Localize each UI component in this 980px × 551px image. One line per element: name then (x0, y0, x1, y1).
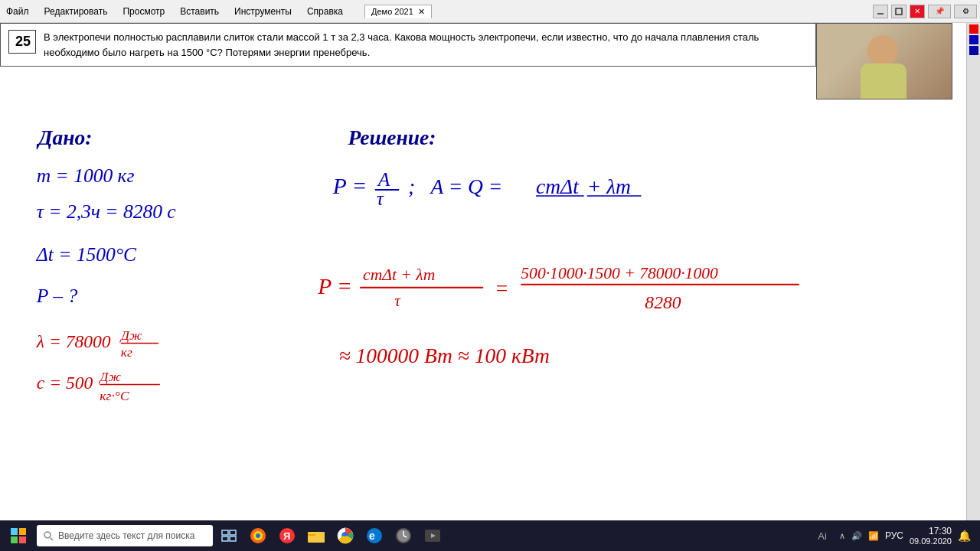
search-box[interactable]: Введите здесь текст для поиска (37, 525, 213, 546)
svg-rect-37 (11, 536, 18, 543)
edge-icon: e (365, 527, 384, 545)
search-placeholder: Введите здесь текст для поиска (58, 530, 194, 541)
svg-text:P =: P = (317, 274, 352, 298)
svg-text:8280: 8280 (645, 292, 681, 312)
menu-bar: Файл Редактировать Просмотр Вставить Инс… (3, 5, 346, 18)
taskbar-files[interactable] (303, 523, 329, 548)
svg-text:λ = 78000: λ = 78000 (36, 331, 111, 351)
svg-text:кг·°С: кг·°С (100, 388, 129, 403)
menu-view[interactable]: Просмотр (119, 5, 168, 18)
menu-insert[interactable]: Вставить (177, 5, 222, 18)
svg-text:e: e (369, 530, 375, 542)
network-icon[interactable]: 📶 (868, 531, 879, 541)
tab-close[interactable]: ✕ (418, 7, 425, 17)
search-icon (43, 530, 54, 541)
window-controls: ✕ 📌 ⚙ (873, 5, 977, 18)
firefox-icon (249, 527, 267, 545)
system-tray: ∧ 🔊 📶 РУС 17:30 09.09.2020 🔔 (833, 526, 977, 546)
svg-rect-41 (222, 530, 228, 535)
svg-text:≈ 100000 Вт ≈ 100 кВт: ≈ 100000 Вт ≈ 100 кВт (339, 344, 550, 367)
extra-control-1[interactable]: 📌 (928, 5, 951, 18)
svg-text:τ = 2,3ч = 8280 с: τ = 2,3ч = 8280 с (37, 201, 177, 223)
menu-edit[interactable]: Редактировать (41, 5, 111, 18)
svg-rect-44 (230, 536, 236, 541)
files-icon (307, 528, 325, 543)
taskbar-clock-app[interactable] (390, 523, 416, 548)
taskbar-firefox[interactable] (245, 523, 271, 548)
taskbar-chrome[interactable] (332, 523, 358, 548)
sidebar-indicator-blue2 (969, 46, 978, 55)
problem-text: В электропечи полностью расплавили слито… (44, 30, 808, 60)
extra-control-2[interactable]: ⚙ (954, 5, 977, 18)
minimize-button[interactable] (873, 5, 888, 18)
svg-rect-36 (19, 528, 26, 535)
person-body (861, 64, 906, 99)
document-tab[interactable]: Демо 2021 ✕ (364, 5, 432, 18)
menu-help[interactable]: Справка (304, 5, 346, 18)
math-content: Дано: m = 1000 кг τ = 2,3ч = 8280 с Δt =… (0, 107, 816, 528)
svg-text:cmΔt + λm: cmΔt + λm (363, 266, 435, 284)
ai-label: Ai (815, 530, 830, 542)
svg-rect-35 (11, 528, 18, 535)
taskbar: Введите здесь текст для поиска Я (0, 520, 980, 551)
person-head (867, 35, 898, 66)
svg-text:Дано:: Дано: (36, 126, 93, 149)
taskbar-media[interactable] (420, 523, 446, 548)
document-area: 25 В электропечи полностью расплавили сл… (0, 23, 966, 528)
start-button[interactable] (3, 523, 34, 548)
taskbar-yandex[interactable]: Я (274, 523, 300, 548)
svg-rect-43 (222, 536, 228, 541)
clock-icon (394, 527, 413, 545)
clock-date: 09.09.2020 (910, 536, 952, 546)
svg-text:Дж: Дж (119, 328, 142, 343)
svg-text:A = Q =: A = Q = (429, 174, 502, 198)
notification-icon[interactable]: 🔔 (958, 530, 971, 542)
webcam-video (817, 24, 952, 99)
svg-text:Δt = 1500°С: Δt = 1500°С (36, 243, 137, 266)
sidebar-indicator-blue1 (969, 35, 978, 44)
svg-line-40 (51, 538, 54, 541)
maximize-button[interactable] (891, 5, 906, 18)
menu-tools[interactable]: Инструменты (231, 5, 295, 18)
taskview-icon (221, 530, 237, 542)
svg-point-47 (256, 533, 260, 538)
right-sidebar (966, 23, 980, 528)
svg-text:Решение:: Решение: (347, 126, 436, 149)
svg-text:500·1000·1500 + 78000·1000: 500·1000·1500 + 78000·1000 (521, 264, 718, 282)
taskbar-taskview[interactable] (216, 523, 242, 548)
clock-time: 17:30 (910, 526, 952, 536)
svg-text:=: = (495, 276, 509, 300)
media-icon (423, 527, 442, 545)
svg-text:m = 1000 кг: m = 1000 кг (37, 165, 135, 187)
svg-rect-42 (230, 530, 236, 535)
problem-number: 25 (8, 30, 36, 54)
svg-text:τ: τ (394, 292, 401, 310)
svg-point-39 (44, 532, 51, 538)
svg-text:P =: P = (332, 174, 368, 198)
yandex-icon: Я (278, 527, 296, 545)
svg-text:;: ; (408, 174, 415, 198)
svg-text:+ λm: + λm (587, 174, 631, 198)
svg-text:c = 500: c = 500 (37, 373, 93, 393)
titlebar: Файл Редактировать Просмотр Вставить Инс… (0, 0, 980, 23)
menu-file[interactable]: Файл (3, 5, 32, 18)
language-indicator[interactable]: РУС (885, 530, 903, 541)
svg-text:кг: кг (121, 344, 132, 360)
show-hidden-icons[interactable]: ∧ (839, 531, 845, 541)
writing-area: Дано: m = 1000 кг τ = 2,3ч = 8280 с Δt =… (0, 107, 816, 528)
svg-text:cmΔt: cmΔt (536, 174, 580, 198)
svg-rect-50 (308, 532, 325, 543)
webcam-overlay (816, 23, 952, 99)
svg-rect-38 (19, 536, 26, 543)
problem-box: 25 В электропечи полностью расплавили сл… (0, 23, 816, 67)
svg-text:P – ?: P – ? (36, 285, 78, 307)
volume-icon[interactable]: 🔊 (851, 531, 862, 541)
svg-text:Дж: Дж (98, 369, 121, 384)
chrome-icon (336, 527, 354, 545)
system-clock[interactable]: 17:30 09.09.2020 (910, 526, 952, 546)
main-area: 25 В электропечи полностью расплавили сл… (0, 23, 980, 528)
taskbar-edge[interactable]: e (361, 523, 387, 548)
svg-text:Я: Я (283, 530, 290, 542)
close-button[interactable]: ✕ (910, 5, 925, 18)
sidebar-indicator-red (969, 24, 978, 34)
